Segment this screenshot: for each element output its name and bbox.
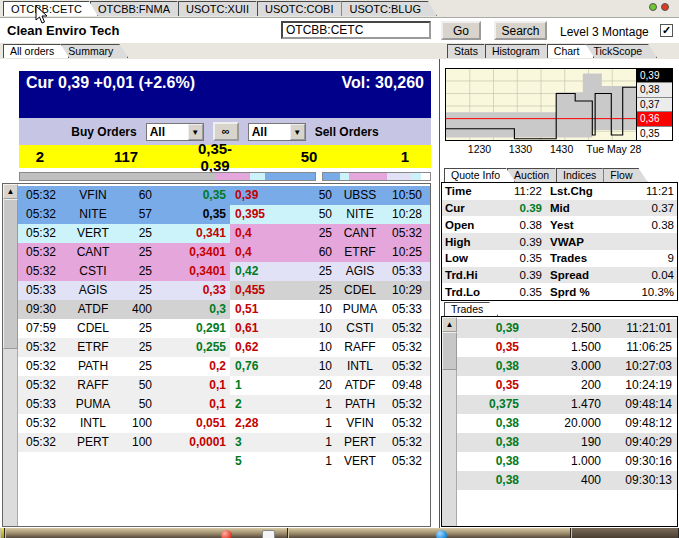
buy-market-maker: ETRF	[64, 338, 122, 357]
buy-order-row[interactable]: 05:32CSTI250,3401	[18, 262, 230, 281]
buy-order-row[interactable]: 05:33AGIS250,33	[18, 281, 230, 300]
buy-market-maker: CANT	[64, 243, 122, 262]
trades-tab-trades[interactable]: Trades	[444, 302, 498, 316]
sell-market-maker: UBSS	[332, 186, 388, 205]
montage-row: 05:32RAFF500,1120ATDF09:48	[18, 376, 430, 395]
title-tab-usotc-xuii[interactable]: USOTC:XUII	[178, 1, 265, 16]
quote-tab-indices[interactable]: Indices	[556, 168, 611, 182]
trade-size: 1.000	[519, 452, 601, 471]
buy-order-row[interactable]: 05:32CANT250,3401	[18, 243, 230, 262]
montage-scrollbar[interactable]: ▲	[3, 184, 18, 526]
buy-order-row[interactable]: 05:32NITE570,35	[18, 205, 230, 224]
buy-order-row[interactable]: 05:32ETRF250,255	[18, 338, 230, 357]
sell-order-row[interactable]: 0,460ETRF10:25	[230, 243, 430, 262]
buy-order-row[interactable]: 09:30ATDF4000,3	[18, 300, 230, 319]
minimize-button[interactable]	[649, 3, 657, 11]
montage-tab-all-orders[interactable]: All orders	[3, 44, 69, 58]
chevron-down-icon[interactable]: ▼	[188, 124, 203, 140]
quote-row: High0.39VWAP	[442, 233, 677, 250]
sell-size: 60	[286, 243, 332, 262]
buy-order-row[interactable]: 05:32PERT1000,0001	[18, 433, 230, 452]
link-filters-button[interactable]: ∞	[213, 122, 239, 141]
title-tab-usotc-blug[interactable]: USOTC:BLUG	[341, 1, 437, 16]
taskbar-segment[interactable]	[5, 528, 288, 538]
scrollbar-thumb[interactable]	[3, 199, 18, 349]
taskbar-segment[interactable]	[288, 528, 571, 538]
quote-label: Mid	[542, 202, 604, 214]
quote-value: 11:21	[604, 185, 674, 197]
trade-time: 09:40:29	[601, 433, 677, 452]
chevron-down-icon[interactable]: ▼	[290, 124, 305, 140]
sell-time: 05:32	[388, 338, 430, 357]
buy-time: 05:32	[18, 262, 64, 281]
sell-order-row[interactable]: 120ATDF09:48	[230, 376, 430, 395]
trade-row: 0,3751.47009:48:14	[457, 395, 677, 414]
sell-order-row[interactable]: 2,281VFIN05:32	[230, 414, 430, 433]
buy-time: 05:33	[18, 395, 64, 414]
buy-order-row[interactable]: 05:32INTL1000,051	[18, 414, 230, 433]
sell-order-row[interactable]: 0,5110PUMA05:33	[230, 300, 430, 319]
close-button[interactable]	[661, 3, 669, 11]
buy-order-row[interactable]: 05:32VERT250,341	[18, 224, 230, 243]
trade-time: 11:21:01	[601, 319, 677, 338]
scroll-up-icon[interactable]: ▲	[442, 317, 457, 332]
os-taskbar[interactable]	[0, 528, 679, 538]
title-tab-otcbb-cetc[interactable]: OTCBB:CETC	[3, 1, 98, 16]
buy-market-maker: PATH	[64, 357, 122, 376]
sell-order-row[interactable]: 0,425CANT05:32	[230, 224, 430, 243]
title-tab-usotc-cobi[interactable]: USOTC:COBI	[257, 1, 349, 16]
level3-montage-checkbox[interactable]: ✓	[660, 24, 673, 37]
buy-order-row[interactable]: 05:32RAFF500,1	[18, 376, 230, 395]
sell-depth-segment	[323, 173, 340, 180]
quote-tab-auction[interactable]: Auction	[507, 168, 564, 182]
sell-order-row[interactable]: 21PATH05:32	[230, 395, 430, 414]
buy-order-row[interactable]: 05:32VFIN600,35	[18, 186, 230, 205]
buy-market-maker: PERT	[64, 433, 122, 452]
montage-tab-summary[interactable]: Summary	[61, 44, 128, 58]
red-app-icon[interactable]	[221, 530, 232, 538]
quote-row: Cur0.39Mid0.37	[442, 200, 677, 217]
quote-value: 0.38	[604, 219, 674, 231]
buy-depth-segment	[250, 173, 265, 180]
sell-order-row[interactable]: 0,3950UBSS10:50	[230, 186, 430, 205]
quote-value: 0.37	[604, 202, 674, 214]
title-tab-otcbb-fnma[interactable]: OTCBB:FNMA	[90, 1, 186, 16]
scroll-up-icon[interactable]: ▲	[3, 184, 18, 199]
header-bar: Clean Enviro Tech Go Search Level 3 Mont…	[0, 17, 679, 43]
sell-order-row[interactable]: 0,6210RAFF05:32	[230, 338, 430, 357]
blue-app-icon[interactable]	[436, 530, 447, 538]
buy-filter-select[interactable]: All ▼	[146, 123, 204, 141]
scrollbar-thumb[interactable]	[442, 332, 457, 370]
x-axis-label: 1230	[468, 143, 491, 155]
sell-order-row[interactable]: 31PERT05:32	[230, 433, 430, 452]
right-tab-histogram[interactable]: Histogram	[485, 44, 555, 58]
buy-order-row[interactable]: 07:59CDEL250,291	[18, 319, 230, 338]
sell-order-row[interactable]: 0,39550NITE10:28	[230, 205, 430, 224]
right-tab-tickscope[interactable]: TickScope	[586, 44, 657, 58]
buy-order-row[interactable]: 05:32PATH250,2	[18, 357, 230, 376]
symbol-input[interactable]	[281, 21, 431, 39]
sell-order-row[interactable]: 51VERT05:32	[230, 452, 430, 471]
sell-order-row[interactable]: 0,7610INTL05:32	[230, 357, 430, 376]
quote-tab-quote-info[interactable]: Quote Info	[444, 168, 515, 182]
sell-order-row[interactable]: 0,4225AGIS05:33	[230, 262, 430, 281]
buy-market-maker: PUMA	[64, 395, 122, 414]
trades-scrollbar[interactable]: ▲	[442, 317, 457, 526]
taskbar-segment[interactable]	[571, 528, 679, 538]
quote-value: 11:22	[492, 185, 542, 197]
buy-order-row[interactable]: 05:33PUMA500,1	[18, 395, 230, 414]
montage-row: 05:32NITE570,350,39550NITE10:28	[18, 205, 430, 224]
buy-order-row	[18, 452, 230, 471]
sell-order-row[interactable]: 0,6110CSTI05:32	[230, 319, 430, 338]
sell-size: 10	[286, 338, 332, 357]
search-button[interactable]: Search	[494, 21, 547, 40]
sell-order-row[interactable]: 0,45525CDEL10:29	[230, 281, 430, 300]
go-button[interactable]: Go	[441, 21, 481, 40]
buy-market-maker: INTL	[64, 414, 122, 433]
x-axis-label: Tue May 28	[586, 143, 641, 155]
buy-time: 05:32	[18, 414, 64, 433]
trade-price: 0,38	[457, 452, 519, 471]
trade-row: 0,351.50011:06:25	[457, 338, 677, 357]
sell-filter-select[interactable]: All ▼	[248, 123, 306, 141]
window-app-icon[interactable]	[262, 530, 275, 538]
